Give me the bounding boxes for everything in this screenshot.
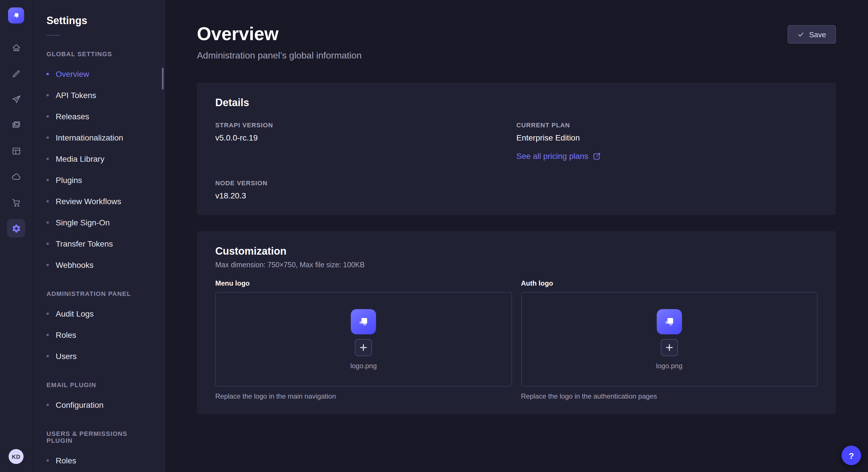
- field-label: STRAPI VERSION: [215, 122, 516, 129]
- settings-gear-icon[interactable]: [7, 219, 25, 237]
- section-administration-panel: Audit Logs Roles Users: [33, 303, 164, 367]
- sidebar-item-up-providers[interactable]: Providers: [33, 471, 164, 472]
- save-button[interactable]: Save: [788, 25, 836, 43]
- layout-grid-icon[interactable]: [7, 142, 25, 160]
- sidebar-item-plugins[interactable]: Plugins: [33, 169, 164, 191]
- customization-card: Customization Max dimension: 750×750, Ma…: [197, 231, 836, 414]
- details-card-title: Details: [215, 96, 817, 109]
- bullet-icon: [46, 136, 49, 138]
- sidebar-item-media-library[interactable]: Media Library: [33, 148, 164, 169]
- sidebar-item-single-sign-on[interactable]: Single Sign-On: [33, 212, 164, 233]
- field-label: CURRENT PLAN: [516, 122, 817, 129]
- bullet-icon: [46, 115, 49, 117]
- bullet-icon: [46, 334, 49, 336]
- sidebar-item-api-tokens[interactable]: API Tokens: [33, 84, 164, 105]
- sidebar-item-label: Overview: [56, 69, 89, 78]
- sidebar-item-audit-logs[interactable]: Audit Logs: [33, 303, 164, 324]
- sidebar-item-transfer-tokens[interactable]: Transfer Tokens: [33, 233, 164, 254]
- sidebar-item-releases[interactable]: Releases: [33, 105, 164, 127]
- app-window: KD Settings GLOBAL SETTINGS Overview API…: [0, 0, 868, 472]
- menu-logo-dropzone[interactable]: logo.png: [215, 292, 512, 386]
- section-global-settings: Overview API Tokens Releases Internation…: [33, 63, 164, 275]
- sidebar-item-label: Internationalization: [56, 133, 123, 142]
- sidebar-item-label: Media Library: [56, 154, 104, 163]
- strapi-logo-glyph: [356, 314, 371, 329]
- bullet-icon: [46, 221, 49, 224]
- main-nav-rail: KD: [0, 0, 33, 472]
- page-header-text: Overview Administration panel’s global i…: [197, 23, 362, 62]
- sidebar-item-internationalization[interactable]: Internationalization: [33, 127, 164, 148]
- scrollbar-thumb[interactable]: [162, 68, 164, 90]
- sidebar-item-webhooks[interactable]: Webhooks: [33, 254, 164, 275]
- sidebar-item-label: Releases: [56, 111, 89, 121]
- help-button[interactable]: ?: [842, 446, 861, 465]
- bullet-icon: [46, 72, 49, 75]
- auth-logo-filename: logo.png: [656, 362, 682, 370]
- field-label: NODE VERSION: [215, 179, 516, 187]
- auth-logo-dropzone[interactable]: logo.png: [521, 292, 817, 386]
- media-library-icon[interactable]: [7, 116, 25, 134]
- home-icon[interactable]: [7, 38, 25, 57]
- sidebar-item-label: Users: [56, 351, 76, 361]
- sidebar-divider: [46, 35, 60, 36]
- sidebar-item-label: Plugins: [56, 175, 82, 184]
- auth-logo-preview: [657, 309, 682, 334]
- bullet-icon: [46, 179, 49, 181]
- external-link-icon: [593, 152, 600, 160]
- sidebar-item-review-workflows[interactable]: Review Workflows: [33, 191, 164, 212]
- details-card: Details STRAPI VERSION v5.0.0-rc.19 CURR…: [197, 82, 836, 215]
- strapi-logo-glyph: [11, 11, 21, 20]
- bullet-icon: [46, 403, 49, 406]
- bullet-icon: [46, 264, 49, 266]
- menu-logo-filename: logo.png: [350, 362, 377, 370]
- check-icon: [798, 31, 805, 38]
- bullet-icon: [46, 242, 49, 245]
- auth-logo-add-button[interactable]: [661, 339, 678, 356]
- user-avatar[interactable]: KD: [9, 449, 24, 464]
- main-content: Overview Administration panel’s global i…: [165, 0, 868, 472]
- section-label-global-settings: GLOBAL SETTINGS: [46, 50, 150, 57]
- page-title: Overview: [197, 23, 362, 45]
- field-spacer: [516, 179, 817, 201]
- field-node-version: NODE VERSION v18.20.3: [215, 179, 516, 201]
- sidebar-item-up-roles[interactable]: Roles: [33, 450, 164, 471]
- sidebar-item-overview[interactable]: Overview: [33, 63, 164, 84]
- field-value: v18.20.3: [215, 190, 516, 201]
- sidebar-item-label: Webhooks: [56, 260, 94, 269]
- pricing-plans-link[interactable]: See all pricing plans: [516, 151, 600, 161]
- auth-logo-label: Auth logo: [521, 279, 817, 287]
- details-fields: STRAPI VERSION v5.0.0-rc.19 CURRENT PLAN…: [215, 122, 817, 201]
- paper-plane-icon[interactable]: [7, 90, 25, 108]
- sidebar-item-label: Roles: [56, 456, 76, 465]
- rail-nav-icons: [7, 38, 25, 237]
- page-subtitle: Administration panel’s global informatio…: [197, 49, 362, 62]
- sidebar-item-label: Review Workflows: [56, 196, 121, 206]
- content-manager-pencil-icon[interactable]: [7, 64, 25, 82]
- sidebar-item-label: Roles: [56, 330, 76, 339]
- pricing-plans-link-label: See all pricing plans: [516, 151, 588, 161]
- menu-logo-preview: [351, 309, 376, 334]
- strapi-logo[interactable]: [8, 7, 24, 24]
- bullet-icon: [46, 312, 49, 314]
- cloud-icon[interactable]: [7, 167, 25, 186]
- save-button-label: Save: [809, 30, 826, 39]
- sidebar-item-label: Audit Logs: [56, 309, 94, 318]
- menu-logo-hint: Replace the logo in the main navigation: [215, 392, 512, 400]
- section-email-plugin: Configuration: [33, 394, 164, 415]
- sidebar-item-label: Single Sign-On: [56, 217, 110, 227]
- marketplace-cart-icon[interactable]: [7, 193, 25, 212]
- field-strapi-version: STRAPI VERSION v5.0.0-rc.19: [215, 122, 516, 161]
- field-current-plan: CURRENT PLAN Enterprise Edition See all …: [516, 122, 817, 161]
- menu-logo-add-button[interactable]: [355, 339, 372, 356]
- section-label-administration-panel: ADMINISTRATION PANEL: [46, 290, 150, 297]
- customization-card-subtitle: Max dimension: 750×750, Max file size: 1…: [215, 261, 817, 269]
- menu-logo-label: Menu logo: [215, 279, 512, 287]
- settings-sidebar: Settings GLOBAL SETTINGS Overview API To…: [33, 0, 165, 472]
- bullet-icon: [46, 355, 49, 357]
- customization-card-title: Customization: [215, 245, 817, 258]
- sidebar-item-admin-roles[interactable]: Roles: [33, 324, 164, 345]
- logo-uploads: Menu logo logo.png: [215, 279, 817, 400]
- sidebar-item-email-configuration[interactable]: Configuration: [33, 394, 164, 415]
- menu-logo-upload: Menu logo logo.png: [215, 279, 512, 400]
- sidebar-item-admin-users[interactable]: Users: [33, 345, 164, 367]
